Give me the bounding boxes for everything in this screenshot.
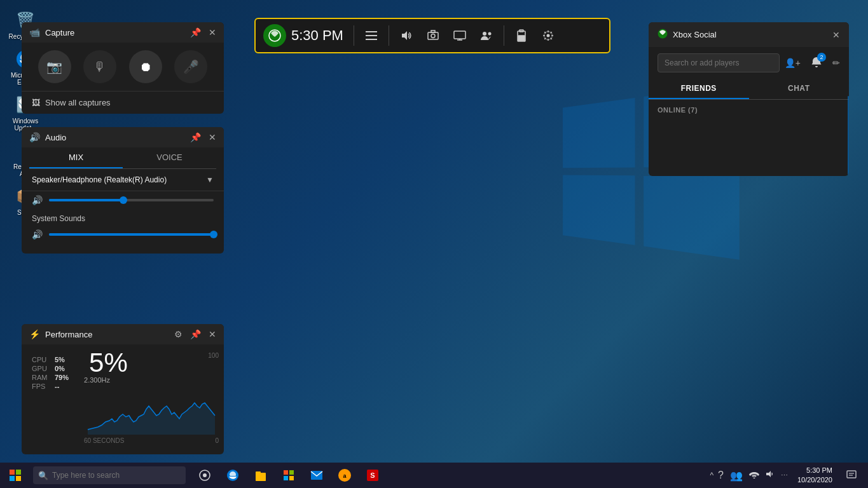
ram-stat: RAM 79% bbox=[32, 374, 69, 381]
svg-rect-20 bbox=[10, 470, 15, 475]
svg-rect-31 bbox=[284, 476, 288, 480]
capture-buttons-row: 📷 🎙 ⏺ 🎤 bbox=[22, 43, 224, 91]
xbox-toolbar: 5:30 PM bbox=[254, 18, 610, 53]
speaker-volume-slider[interactable] bbox=[49, 199, 214, 201]
svg-marker-0 bbox=[88, 403, 215, 435]
tab-chat[interactable]: CHAT bbox=[749, 79, 850, 99]
record-button[interactable]: ⏺ bbox=[129, 50, 162, 83]
people-icon[interactable]: 👥 bbox=[728, 470, 745, 482]
network-icon[interactable] bbox=[747, 470, 761, 481]
show-captures-button[interactable]: 🖼 Show all captures bbox=[22, 91, 224, 114]
toolbar-menu-button[interactable] bbox=[359, 24, 383, 48]
toolbar-display-button[interactable] bbox=[448, 24, 472, 48]
perf-chart-duration: 60 SECONDS bbox=[84, 437, 124, 444]
taskbar-swisher-icon[interactable]: S bbox=[361, 463, 384, 488]
mic-disabled-icon: 🎙 bbox=[93, 60, 106, 74]
record-audio-button[interactable]: 🎙 bbox=[83, 50, 116, 83]
system-volume-slider[interactable] bbox=[49, 233, 214, 236]
xbox-logo[interactable] bbox=[263, 24, 286, 47]
svg-rect-16 bbox=[518, 36, 525, 41]
taskbar-clock[interactable]: 5:30 PM 10/20/2020 bbox=[792, 466, 837, 485]
toolbar-audio-button[interactable] bbox=[394, 24, 418, 48]
svg-rect-33 bbox=[311, 471, 322, 480]
svg-rect-21 bbox=[16, 470, 21, 475]
toolbar-capture-button[interactable] bbox=[421, 24, 445, 48]
toolbar-divider-2 bbox=[389, 25, 389, 46]
capture-close-button[interactable]: ✕ bbox=[209, 27, 216, 37]
record-icon: ⏺ bbox=[139, 60, 152, 74]
svg-rect-32 bbox=[289, 476, 294, 480]
social-close-button[interactable]: ✕ bbox=[832, 30, 840, 40]
perf-close-button[interactable]: ✕ bbox=[209, 329, 216, 339]
online-count-label: ONLINE (7) bbox=[649, 100, 849, 118]
taskbar-store-icon[interactable] bbox=[277, 463, 300, 488]
audio-panel: 🔊 Audio 📌 ✕ MIX VOICE Speaker/Headphone … bbox=[22, 127, 224, 254]
audio-close-button[interactable]: ✕ bbox=[209, 132, 216, 142]
performance-panel-title: Performance bbox=[45, 330, 169, 339]
tab-friends[interactable]: FRIENDS bbox=[649, 79, 749, 99]
speaker-icon: 🔊 bbox=[32, 195, 43, 205]
cpu-stat: CPU 5% bbox=[32, 356, 69, 363]
compose-icon[interactable]: ✏ bbox=[832, 58, 840, 68]
gpu-stat: GPU 0% bbox=[32, 365, 69, 372]
notifications-icon[interactable]: 2 bbox=[811, 57, 822, 70]
taskbar-search-box[interactable]: 🔍 bbox=[33, 466, 186, 484]
audio-icon: 🔊 bbox=[29, 132, 40, 142]
performance-icon: ⚡ bbox=[29, 329, 40, 339]
svg-text:S: S bbox=[370, 471, 375, 479]
svg-rect-40 bbox=[847, 471, 856, 478]
perf-chart-min: 0 bbox=[215, 437, 219, 444]
svg-rect-6 bbox=[428, 32, 438, 39]
help-icon[interactable]: ? bbox=[716, 470, 726, 481]
perf-stats-labels: CPU 5% GPU 0% RAM 79% FPS -- bbox=[22, 349, 79, 396]
show-captures-label: Show all captures bbox=[45, 98, 111, 107]
fps-stat: FPS -- bbox=[32, 383, 69, 390]
perf-settings-icon[interactable]: ⚙ bbox=[174, 329, 183, 339]
volume-icon[interactable] bbox=[764, 470, 776, 481]
mic-button[interactable]: 🎤 bbox=[174, 50, 207, 83]
toolbar-divider bbox=[354, 25, 354, 46]
gallery-icon: 🖼 bbox=[32, 98, 40, 107]
toolbar-friends-button[interactable] bbox=[474, 24, 499, 48]
svg-rect-8 bbox=[431, 30, 435, 32]
taskbar-pinned-icons: a S bbox=[193, 463, 384, 488]
taskbar-search-input[interactable] bbox=[52, 471, 181, 480]
taskbar-icons-expand[interactable]: ⋯ bbox=[779, 471, 790, 480]
social-panel: Xbox Social ✕ 👤+ 2 ✏ FRIENDS CHAT ONLINE… bbox=[649, 22, 849, 176]
toolbar-divider-3 bbox=[504, 25, 504, 46]
search-players-input[interactable] bbox=[658, 53, 780, 72]
action-center-button[interactable] bbox=[840, 463, 863, 488]
tab-voice[interactable]: VOICE bbox=[123, 147, 216, 168]
scroll-indicator bbox=[848, 96, 849, 176]
taskbar-edge-icon[interactable] bbox=[221, 463, 244, 488]
taskbar-amazon-icon[interactable]: a bbox=[333, 463, 356, 488]
audio-tabs: MIX VOICE bbox=[29, 147, 216, 169]
svg-rect-23 bbox=[16, 476, 21, 481]
capture-panel-header: 📹 Capture 📌 ✕ bbox=[22, 22, 224, 43]
svg-rect-4 bbox=[366, 39, 377, 40]
taskbar-mail-icon[interactable] bbox=[305, 463, 328, 488]
audio-panel-title: Audio bbox=[45, 133, 185, 142]
tab-mix[interactable]: MIX bbox=[29, 147, 123, 168]
show-hidden-icons-button[interactable]: ^ bbox=[710, 471, 713, 480]
taskbar: 🔍 a S ^ ? 👥 bbox=[0, 463, 868, 488]
performance-panel-header: ⚡ Performance ⚙ 📌 ✕ bbox=[22, 324, 224, 344]
toolbar-battery-button[interactable] bbox=[509, 24, 534, 48]
taskbar-time: 5:30 PM bbox=[797, 466, 832, 475]
add-friend-icon[interactable]: 👤+ bbox=[785, 58, 801, 68]
svg-point-25 bbox=[203, 473, 207, 477]
toolbar-settings-button[interactable] bbox=[536, 24, 560, 48]
taskbar-multitask-button[interactable] bbox=[193, 463, 216, 488]
audio-device-row[interactable]: Speaker/Headphone (Realtek(R) Audio) ▼ bbox=[22, 169, 224, 191]
start-button[interactable] bbox=[0, 463, 31, 488]
social-search-row: 👤+ 2 ✏ bbox=[649, 47, 849, 79]
perf-pin-icon[interactable]: 📌 bbox=[190, 329, 201, 339]
pin-icon[interactable]: 📌 bbox=[190, 27, 201, 37]
screenshot-button[interactable]: 📷 bbox=[38, 50, 71, 83]
audio-pin-icon[interactable]: 📌 bbox=[190, 132, 201, 142]
speaker-volume-row: 🔊 bbox=[22, 191, 224, 209]
svg-rect-3 bbox=[366, 35, 377, 36]
taskbar-explorer-icon[interactable] bbox=[249, 463, 272, 488]
svg-rect-29 bbox=[284, 470, 288, 475]
chevron-down-icon: ▼ bbox=[206, 175, 214, 184]
